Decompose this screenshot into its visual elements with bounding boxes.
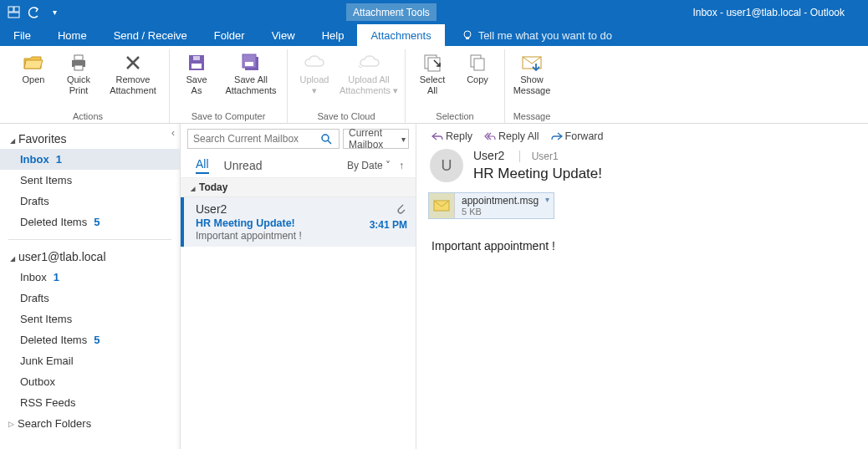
- nav-item-label: Inbox: [20, 271, 47, 283]
- ribbon-group: Show MessageMessage: [505, 49, 559, 123]
- search-input[interactable]: [188, 132, 320, 145]
- main-area: ‹ Favorites Inbox1Sent ItemsDraftsDelete…: [0, 124, 868, 449]
- nav-folder-item[interactable]: Outbox: [0, 371, 180, 392]
- date-group-header[interactable]: Today: [181, 178, 416, 197]
- msg-file-icon: [429, 193, 455, 218]
- reply-all-button[interactable]: Reply All: [484, 130, 539, 142]
- show-message-button[interactable]: Show Message: [510, 49, 554, 110]
- open-folder-icon: [23, 51, 44, 74]
- forward-button[interactable]: Forward: [551, 130, 604, 142]
- ribbon-button-label: Copy: [467, 74, 488, 85]
- reply-button[interactable]: Reply: [431, 130, 472, 142]
- qat-customize-icon[interactable]: ▾: [47, 5, 62, 20]
- attachment-name: appointment.msg: [462, 196, 539, 207]
- svg-rect-4: [466, 38, 469, 39]
- nav-folder-item[interactable]: Drafts: [0, 288, 180, 309]
- nav-item-label: Search Folders: [18, 417, 91, 430]
- tab-send-receive[interactable]: Send / Receive: [100, 24, 201, 46]
- search-scope-dropdown[interactable]: Current Mailbox: [343, 129, 409, 149]
- account-header[interactable]: user1@tlab.local: [0, 247, 180, 267]
- nav-item-label: Inbox: [20, 153, 49, 166]
- save-multi-button[interactable]: Save All Attachments: [220, 49, 282, 110]
- select-all-button[interactable]: Select All: [411, 49, 454, 110]
- filter-all[interactable]: All: [196, 157, 209, 174]
- nav-item-label: Outbox: [20, 375, 55, 388]
- reading-pane: Reply Reply All Forward U User2 User1 HR…: [416, 124, 868, 449]
- nav-item-count: 1: [54, 271, 59, 283]
- cloud-multi-button: Upload All Attachments ▾: [338, 49, 400, 110]
- tab-folder[interactable]: Folder: [201, 24, 258, 46]
- save-disk-button[interactable]: Save As: [175, 49, 218, 110]
- printer-button[interactable]: Quick Print: [57, 49, 100, 110]
- nav-item-label: Drafts: [20, 292, 49, 304]
- message-list-item[interactable]: User2HR Meeting Update!Important appoint…: [181, 197, 416, 247]
- tab-attachments[interactable]: Attachments: [357, 24, 444, 46]
- svg-point-3: [464, 31, 471, 38]
- message-list-pane: Current Mailbox All Unread By Date ˅ ↑ T…: [181, 124, 416, 449]
- nav-collapse-icon[interactable]: ‹: [171, 127, 175, 139]
- tab-help[interactable]: Help: [309, 24, 358, 46]
- svg-rect-19: [474, 59, 484, 70]
- forward-icon: [551, 130, 563, 142]
- search-box[interactable]: [187, 129, 340, 149]
- message-time: 3:41 PM: [370, 219, 407, 231]
- ribbon-group-label: Selection: [411, 110, 499, 123]
- nav-item-label: Sent Items: [20, 313, 72, 325]
- reading-to: User1: [519, 151, 559, 162]
- list-filter-row: All Unread By Date ˅ ↑: [181, 154, 416, 178]
- nav-folder-item[interactable]: RSS Feeds: [0, 392, 180, 413]
- cloud-up-icon: [304, 51, 325, 74]
- ribbon-group-label: Actions: [12, 110, 164, 123]
- ribbon-button-label: Remove Attachment: [110, 74, 156, 96]
- reading-subject: HR Meeting Update!: [473, 166, 602, 182]
- filter-unread[interactable]: Unread: [224, 159, 263, 172]
- favorites-header[interactable]: Favorites: [0, 129, 180, 149]
- select-all-icon: [422, 51, 442, 74]
- nav-folder-item[interactable]: Inbox1: [0, 267, 180, 288]
- cloud-up-button: Upload ▾: [293, 49, 336, 110]
- nav-folder-item[interactable]: Junk Email: [0, 350, 180, 371]
- ribbon-tabs: File Home Send / Receive Folder View Hel…: [0, 24, 868, 46]
- ribbon-button-label: Open: [23, 74, 45, 85]
- svg-point-21: [322, 135, 329, 141]
- nav-folder-item[interactable]: Sent Items: [0, 309, 180, 329]
- nav-folder-item[interactable]: Search Folders: [0, 413, 180, 434]
- nav-item-label: Junk Email: [20, 355, 74, 367]
- svg-rect-6: [74, 55, 83, 60]
- tab-file[interactable]: File: [0, 24, 44, 46]
- tell-me-search[interactable]: Tell me what you want to do: [445, 24, 612, 46]
- nav-favorite-item[interactable]: Inbox1: [0, 149, 180, 170]
- sort-dropdown[interactable]: By Date ˅: [347, 160, 391, 171]
- nav-favorite-item[interactable]: Sent Items: [0, 170, 180, 191]
- search-icon[interactable]: [320, 133, 339, 145]
- copy-button[interactable]: Copy: [456, 49, 499, 110]
- attachment-size: 5 KB: [462, 207, 539, 217]
- message-from: User2: [196, 202, 407, 216]
- copy-icon: [468, 51, 487, 74]
- app-icon[interactable]: [7, 5, 22, 20]
- nav-item-count: 1: [56, 153, 62, 166]
- sort-direction-icon[interactable]: ↑: [399, 160, 404, 171]
- reply-all-icon: [484, 130, 496, 142]
- attachment-chip[interactable]: appointment.msg 5 KB: [428, 192, 554, 219]
- ribbon-group-label: Save to Cloud: [293, 110, 400, 123]
- nav-favorite-item[interactable]: Deleted Items5: [0, 212, 180, 232]
- ribbon-group-label: Save to Computer: [175, 110, 282, 123]
- nav-separator: [8, 239, 171, 240]
- reply-icon: [431, 130, 443, 142]
- nav-folder-item[interactable]: Deleted Items5: [0, 329, 180, 350]
- ribbon-group-label: Message: [510, 110, 554, 123]
- nav-item-label: Sent Items: [20, 174, 72, 186]
- undo-icon[interactable]: [27, 5, 42, 20]
- delete-x-button[interactable]: Remove Attachment: [102, 49, 164, 110]
- ribbon-group: Upload ▾Upload All Attachments ▾Save to …: [288, 49, 406, 123]
- svg-rect-11: [191, 64, 202, 69]
- tab-home[interactable]: Home: [44, 24, 100, 46]
- ribbon-button-label: Upload ▾: [300, 74, 329, 96]
- nav-favorite-item[interactable]: Drafts: [0, 191, 180, 212]
- open-folder-button[interactable]: Open: [12, 49, 55, 110]
- paperclip-icon: [396, 202, 406, 214]
- nav-item-count: 5: [94, 334, 100, 346]
- tab-view[interactable]: View: [258, 24, 309, 46]
- nav-item-label: Deleted Items: [20, 334, 87, 346]
